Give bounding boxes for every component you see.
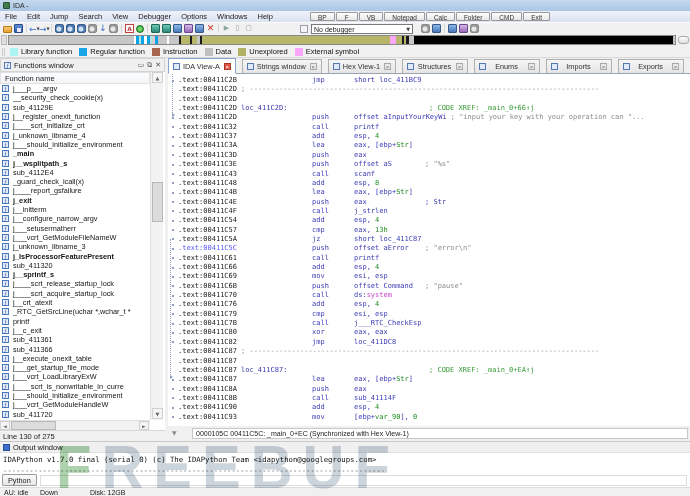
navband-segment[interactable] [414,36,673,44]
search-icon[interactable] [55,24,64,33]
tab-strings-window[interactable]: Strings window× [242,59,322,73]
function-list-item[interactable]: fsub_411366 [0,344,53,353]
tab-structures[interactable]: Structures× [402,59,468,73]
function-list-item[interactable]: fj____scrt_acquire_startup_lock [0,289,114,298]
navigation-band[interactable] [0,34,690,46]
function-list-item[interactable]: f__security_check_cookie(x) [0,93,103,102]
navband-segment[interactable] [158,36,167,44]
disasm-line[interactable]: .text:00411C4Bleaeax, [ebp+Str] [168,188,690,197]
function-list-item[interactable]: fj__configure_narrow_argv [0,214,97,223]
disasm-line[interactable]: .text:00411C87; ------------------------… [168,347,690,356]
function-list-item[interactable]: fsub_411320 [0,261,53,270]
function-list-item[interactable]: fsub_411361 [0,335,53,344]
disasm-line[interactable]: .text:00411C3Aleaeax, [ebp+Str] [168,141,690,150]
debugger-options-icon[interactable] [432,24,441,33]
function-list-item[interactable]: fj__crt_atexit [0,298,52,307]
output-window-header[interactable]: Output window [0,441,690,453]
debugger-select[interactable]: No debugger▼ [311,24,413,34]
disasm-line[interactable]: .text:00411C2Bjmpshort loc_411BC9 [168,76,690,85]
disasm-line[interactable]: .text:00411C37addesp, 4 [168,132,690,141]
scroll-left-icon[interactable]: ◄ [0,421,10,430]
patch-icon[interactable] [173,24,182,33]
function-list-item[interactable]: fprintf [0,317,29,326]
search-misc-icon[interactable] [109,24,118,33]
watch-icon[interactable] [448,24,457,33]
disasm-line[interactable]: .text:00411C80xoreax, eax [168,328,690,337]
menu-file[interactable]: File [0,12,22,21]
function-list-item[interactable]: fj_unknown_libname_3 [0,242,86,251]
tab-close-icon[interactable]: × [672,63,679,70]
disassembly-view[interactable]: .text:00411C2Bjmpshort loc_411BC9.text:0… [168,74,690,426]
function-list-item[interactable]: fj_exit [0,196,32,205]
tab-close-icon[interactable]: × [224,63,231,70]
function-list-item[interactable]: fj___vcrt_GetModuleFileNameW [0,233,116,242]
function-list-item[interactable]: fj___get_startup_file_mode [0,363,99,372]
navband-arrows[interactable] [1,35,7,45]
function-list-item[interactable]: fj__wsplitpath_s [0,158,67,167]
save-icon[interactable] [14,24,23,33]
quick-launch-calc[interactable]: Calc [426,12,455,21]
cancel-icon[interactable]: ✕ [206,24,215,33]
disasm-line[interactable]: .text:00411C66addesp, 4 [168,263,690,272]
disasm-line[interactable]: .text:00411C3Dpusheax [168,151,690,160]
debugger-stop-box[interactable] [300,25,308,33]
function-list-item[interactable]: fj___setusermatherr [0,224,76,233]
navband-segment[interactable] [202,36,389,44]
panel-float-icon[interactable]: ⧉ [147,62,152,69]
function-list-item[interactable]: fj___should_initialize_environment [0,391,123,400]
navband-segment[interactable] [169,36,180,44]
trace-icon[interactable] [459,24,468,33]
function-list-item[interactable]: fj____report_gsfailure [0,186,82,195]
disasm-line[interactable]: .text:00411C76addesp, 4 [168,300,690,309]
tab-exports[interactable]: Exports× [618,59,684,73]
scroll-right-icon[interactable]: ► [139,421,149,430]
disasm-line[interactable]: .text:00411C2Dpushoffset aInputYourKeyWi… [168,113,690,122]
jump-address-icon[interactable]: ↓ [98,24,108,33]
disasm-line[interactable]: .text:00411C93mov[ebp+var_90], 0 [168,413,690,422]
function-list-item[interactable]: fj_IsProcessorFeaturePresent [0,251,114,260]
disasm-line[interactable]: .text:00411C87 [168,357,690,366]
quick-launch-cmd[interactable]: CMD [491,12,522,21]
function-list-item[interactable]: fj__initterm [0,205,47,214]
debug-start-icon[interactable]: ▶ [222,24,231,33]
search-text-icon[interactable] [77,24,86,33]
tab-imports[interactable]: Imports× [546,59,612,73]
function-list-item[interactable]: fj___should_initialize_environment [0,140,123,149]
function-list-item[interactable]: fj_unknown_libname_4 [0,131,86,140]
search-next-icon[interactable] [66,24,75,33]
disasm-line[interactable]: .text:00411C8Bcallsub_41114F [168,394,690,403]
disasm-line[interactable]: .text:00411C61callprintf [168,254,690,263]
function-list-item[interactable]: fj__sprintf_s [0,270,54,279]
open-file-icon[interactable] [3,26,12,33]
navigate-forward-icon[interactable]: →▼ [39,24,49,34]
menu-windows[interactable]: Windows [212,12,252,21]
tab-close-icon[interactable]: × [456,63,463,70]
disasm-line[interactable]: .text:00411C4Epusheax; Str [168,198,690,207]
function-list-item[interactable]: fj____scrt_is_nonwritable_in_curre [0,382,124,391]
build2-icon[interactable] [162,24,171,33]
search-gray-icon[interactable] [88,24,97,33]
disasm-line[interactable]: .text:00411C4Fcallj_strlen [168,207,690,216]
function-list-item[interactable]: fj__register_onexit_function [0,112,100,121]
function-list-item[interactable]: fj__execute_onexit_table [0,354,92,363]
disasm-line[interactable]: .text:00411C57cmpeax, 13h [168,226,690,235]
panel-restore-icon[interactable]: ▭ [138,62,145,69]
quick-launch-folder[interactable]: Folder [456,12,490,21]
menu-jump[interactable]: Jump [45,12,73,21]
function-list-item[interactable]: fsub_411720 [0,410,53,419]
navband-indicator[interactable] [678,36,689,44]
menu-debugger[interactable]: Debugger [133,12,176,21]
tab-close-icon[interactable]: × [600,63,607,70]
quick-launch-f[interactable]: F [336,12,358,21]
run-analysis-icon[interactable] [136,25,144,33]
disasm-line[interactable]: .text:00411C48addesp, 8 [168,179,690,188]
disasm-line[interactable]: .text:00411C6Bpushoffset Command; "pause… [168,282,690,291]
panel-close-icon[interactable]: ✕ [155,62,161,69]
debug-pause-icon[interactable]: ▯ [233,24,242,33]
disasm-line[interactable]: .text:00411C87loc_411C87:; CODE XREF: _m… [168,366,690,375]
function-list-item[interactable]: fj____scrt_release_startup_lock [0,279,114,288]
disasm-line[interactable]: .text:00411C5Ajzshort loc_411C87 [168,235,690,244]
disasm-line[interactable]: .text:00411C8Apusheax [168,385,690,394]
disasm-line[interactable]: .text:00411C90addesp, 4 [168,403,690,412]
flowchart-icon[interactable]: A [125,24,134,33]
